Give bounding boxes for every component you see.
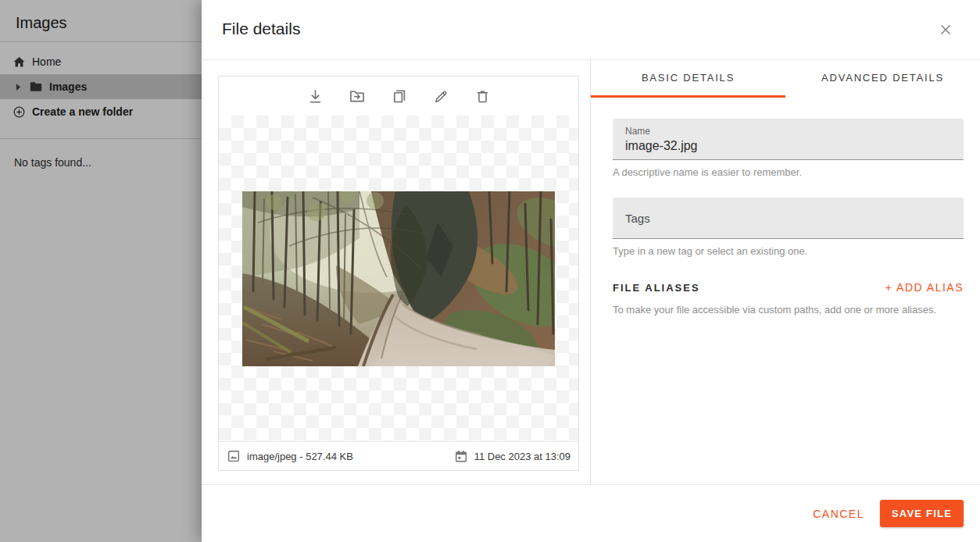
file-date: 11 Dec 2023 at 13:09 — [474, 451, 570, 462]
image-file-icon — [227, 449, 241, 463]
tab-advanced-details[interactable]: ADVANCED DETAILS — [785, 60, 980, 98]
calendar-icon — [454, 449, 468, 463]
name-field-helper: A descriptive name is easier to remember… — [613, 166, 964, 178]
modal-header: File details — [202, 0, 980, 60]
add-alias-button[interactable]: + ADD ALIAS — [885, 281, 964, 294]
download-icon[interactable] — [306, 87, 325, 106]
modal-footer: CANCEL SAVE FILE — [202, 484, 980, 542]
delete-icon[interactable] — [473, 87, 492, 106]
file-type-size: image/jpeg - 527.44 KB — [247, 451, 353, 462]
image-preview[interactable] — [242, 191, 555, 366]
file-aliases-description: To make your file accessible via custom … — [613, 304, 964, 316]
file-aliases-heading: FILE ALIASES — [613, 282, 700, 294]
file-meta-bar: image/jpeg - 527.44 KB 11 Dec 2023 at 13… — [219, 441, 578, 470]
edit-icon[interactable] — [431, 87, 451, 106]
file-aliases-header-row: FILE ALIASES + ADD ALIAS — [613, 281, 964, 294]
tab-basic-details[interactable]: BASIC DETAILS — [591, 60, 785, 98]
tags-field-helper: Type in a new tag or select an existing … — [613, 245, 964, 257]
modal-body: image/jpeg - 527.44 KB 11 Dec 2023 at 13… — [202, 60, 980, 484]
transparency-checkerboard — [219, 116, 578, 441]
preview-card: image/jpeg - 527.44 KB 11 Dec 2023 at 13… — [218, 76, 579, 471]
modal-title: File details — [222, 20, 300, 38]
preview-pane: image/jpeg - 527.44 KB 11 Dec 2023 at 13… — [202, 60, 590, 484]
tags-field-label: Tags — [625, 212, 650, 225]
basic-details-content: Name A descriptive name is easier to rem… — [591, 98, 980, 316]
name-field-label: Name — [625, 126, 951, 137]
name-field[interactable]: Name — [613, 119, 964, 160]
file-details-modal: File details — [202, 0, 980, 542]
details-tabs: BASIC DETAILS ADVANCED DETAILS — [591, 60, 980, 98]
cancel-button[interactable]: CANCEL — [813, 508, 864, 520]
name-input[interactable] — [625, 137, 951, 153]
preview-toolbar — [219, 77, 578, 116]
save-file-button[interactable]: SAVE FILE — [880, 500, 964, 527]
details-pane: BASIC DETAILS ADVANCED DETAILS Name A de… — [590, 60, 980, 484]
tags-field[interactable]: Tags — [613, 198, 964, 239]
copy-icon[interactable] — [389, 86, 410, 106]
close-icon[interactable] — [935, 19, 957, 41]
move-to-folder-icon[interactable] — [347, 86, 367, 106]
